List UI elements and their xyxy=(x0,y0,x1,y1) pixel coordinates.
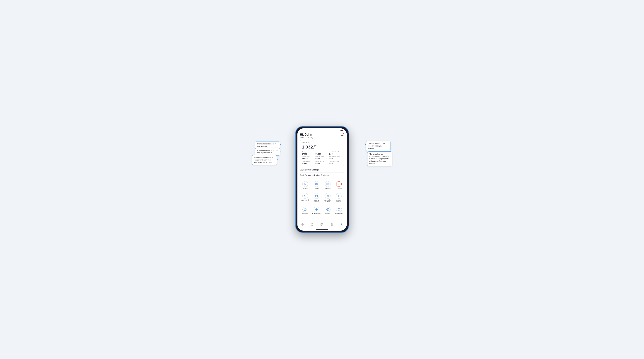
deposit-label: Deposit xyxy=(303,187,308,189)
discover-icon: BB xyxy=(330,223,333,226)
help-center-button[interactable]: Help Center xyxy=(334,205,344,216)
my-assets-button[interactable]: My Assets xyxy=(334,180,344,191)
home-indicator xyxy=(298,229,347,231)
transfer-button[interactable]: Transfer xyxy=(311,180,322,191)
buying-power-settings-row[interactable]: Buying Power Settings › xyxy=(300,167,344,173)
metric-cash: Cash 87.000 xyxy=(316,151,328,155)
more-options-button[interactable]: ··· xyxy=(340,141,342,144)
orders-icon xyxy=(311,223,314,226)
chevron-right-icon-2: › xyxy=(344,174,344,176)
phone-screen: ●●● Hi, John 1AB**123 (Cash) xyxy=(298,128,347,231)
help-center-label: Help Center xyxy=(335,213,342,215)
withdraw-label: Withdraw xyxy=(325,187,331,189)
tooltip-withdrawable: The total amount of funds you can withdr… xyxy=(252,155,277,165)
svg-point-34 xyxy=(341,224,342,225)
withdraw-icon xyxy=(325,181,330,187)
svg-rect-29 xyxy=(321,223,323,224)
settings-icon xyxy=(325,207,330,212)
nav-account-label: Account xyxy=(340,226,344,228)
net-equity-section: Net Equity ··· 1,032.271 Buying Power 87… xyxy=(300,140,344,166)
status-bar: ●●● xyxy=(298,128,347,132)
screen-content: Hi, John 1AB**123 (Cash) Net Equity xyxy=(298,132,347,222)
nav-account[interactable]: Account xyxy=(338,223,345,228)
nav-orders[interactable]: Orders xyxy=(309,223,315,228)
metrics-grid: Buying Power 87.000 Cash 87.000 Unsettle… xyxy=(302,151,342,164)
svg-point-8 xyxy=(304,195,305,196)
invite-friends-button[interactable]: Invite Friends xyxy=(300,192,310,204)
chevron-right-icon: › xyxy=(344,169,344,171)
help-center-icon xyxy=(336,207,342,212)
settings-button[interactable]: Settings xyxy=(322,205,333,216)
rewards-icon xyxy=(302,207,308,212)
icon-grid-row3: Rewards E-statements xyxy=(300,205,344,216)
margin-trading-row[interactable]: Apply for Margin Trading Privileges › xyxy=(300,173,344,178)
nav-discover-label: Discover xyxy=(330,226,334,228)
account-id: 1AB**123 (Cash) xyxy=(300,137,313,138)
nav-positions[interactable]: Positions xyxy=(299,223,306,228)
positions-icon xyxy=(301,223,304,226)
transaction-details-icon xyxy=(325,193,330,199)
my-assets-label: My Assets xyxy=(336,187,342,189)
nav-watchlist-label: Watchlist xyxy=(319,226,324,228)
tooltip-open-orders: The total amount of all open orders in y… xyxy=(366,141,391,151)
buying-power-settings-label: Buying Power Settings xyxy=(300,169,319,171)
icon-grid-row2: Invite Friends Trading Products xyxy=(300,192,344,204)
tooltip-funds-transit: The funds that are currently being proce… xyxy=(367,151,392,166)
rewards-label: Rewards xyxy=(302,213,308,215)
trading-products-label: Trading Products xyxy=(312,199,321,203)
svg-rect-30 xyxy=(321,224,323,225)
nav-discover[interactable]: BB Discover xyxy=(328,223,336,228)
nav-orders-label: Orders xyxy=(310,226,314,228)
svg-rect-4 xyxy=(326,183,329,185)
nav-positions-label: Positions xyxy=(300,226,305,228)
returns-analysis-icon xyxy=(336,193,342,199)
tooltip-stocks-value: The current value of stocks held in your… xyxy=(255,148,280,155)
net-equity-header: Net Equity ··· xyxy=(302,141,342,144)
metric-unsettled-funds: Unsettled Funds 0.000 xyxy=(329,151,342,155)
svg-rect-5 xyxy=(327,184,328,184)
icon-grid-row1: Deposit Transfer xyxy=(300,180,344,191)
transfer-icon xyxy=(314,181,319,187)
svg-text:BB: BB xyxy=(332,224,333,225)
home-bar xyxy=(316,229,328,230)
metric-myadvisor-value: MyAdvisor Value 0.000 xyxy=(329,156,342,160)
notification-bell-button[interactable] xyxy=(340,133,344,138)
metric-pending-orders: Pending Orders 0.000 xyxy=(316,160,328,164)
notification-dot xyxy=(343,133,344,134)
trading-products-button[interactable]: Trading Products xyxy=(311,192,322,204)
returns-analysis-label: Returns Analysis xyxy=(334,199,344,203)
account-icon xyxy=(340,223,343,226)
net-equity-value: 1,032.271 xyxy=(302,145,342,150)
invite-friends-label: Invite Friends xyxy=(301,199,309,201)
metric-withdrawable: Withdrawable 87.000 xyxy=(302,160,315,164)
my-assets-icon xyxy=(336,181,342,187)
metric-stocks-value: Stocks Value 945.271 xyxy=(302,156,315,160)
nav-watchlist[interactable]: Watchlist xyxy=(318,223,326,228)
withdraw-button[interactable]: Withdraw xyxy=(322,180,333,191)
settings-label: Settings xyxy=(325,213,330,215)
bottom-nav: Positions Orders xyxy=(298,222,347,229)
header: Hi, John 1AB**123 (Cash) xyxy=(300,132,344,138)
svg-point-23 xyxy=(327,209,328,210)
transaction-details-button[interactable]: Transaction Details xyxy=(322,192,333,204)
phone-shell: ●●● Hi, John 1AB**123 (Cash) xyxy=(296,126,348,233)
estatements-button[interactable]: E-statements xyxy=(311,205,322,216)
deposit-icon xyxy=(302,181,308,187)
user-info: Hi, John 1AB**123 (Cash) xyxy=(300,133,313,138)
greeting: Hi, John xyxy=(300,133,313,136)
transfer-label: Transfer xyxy=(314,187,319,189)
transaction-details-label: Transaction Details xyxy=(323,199,332,203)
estatements-label: E-statements xyxy=(312,213,320,215)
metric-buying-power: Buying Power 87.000 xyxy=(302,151,315,155)
net-equity-label: Net Equity xyxy=(302,142,310,144)
metric-options-value: Options Value 0.000 xyxy=(316,156,328,160)
watchlist-icon xyxy=(320,223,323,226)
returns-analysis-button[interactable]: Returns Analysis xyxy=(334,192,344,204)
page-wrapper: The total cash balance in your account. … xyxy=(252,121,392,238)
metric-funds-transit: Funds in Transit 0.000 ℹ xyxy=(329,160,342,164)
trading-products-icon xyxy=(314,193,319,199)
deposit-button[interactable]: Deposit xyxy=(300,180,310,191)
rewards-button[interactable]: Rewards xyxy=(300,205,310,216)
invite-friends-icon xyxy=(302,193,308,199)
svg-rect-31 xyxy=(321,225,322,226)
